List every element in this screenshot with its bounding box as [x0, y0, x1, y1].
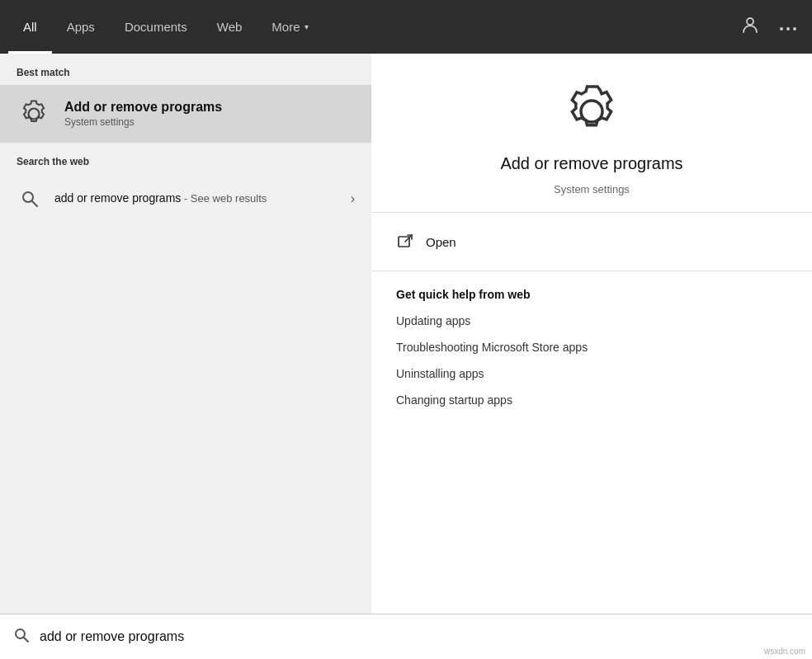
top-bar-actions	[734, 9, 804, 45]
svg-point-4	[23, 192, 33, 202]
web-search-section-label: Search the web	[0, 143, 371, 174]
search-web-icon	[17, 186, 43, 212]
tab-more-label: More	[271, 20, 300, 34]
web-search-chevron-icon: ›	[351, 191, 355, 206]
svg-point-3	[793, 27, 796, 31]
search-magnifier-icon	[13, 627, 30, 647]
best-match-item[interactable]: Add or remove programs System settings	[0, 85, 371, 143]
best-match-section-label: Best match	[0, 54, 371, 85]
bottom-search-bar	[0, 614, 812, 659]
app-detail-header: Add or remove programs System settings	[371, 54, 812, 213]
tab-all-label: All	[23, 20, 37, 34]
app-actions-section: Open	[371, 213, 812, 271]
open-icon	[396, 233, 414, 251]
left-panel: Best match Add or remove programs System…	[0, 54, 371, 614]
svg-point-0	[747, 18, 753, 25]
ellipsis-icon[interactable]	[772, 12, 804, 42]
help-link-1[interactable]: Troubleshooting Microsoft Store apps	[396, 334, 787, 360]
web-search-query: add or remove programs	[54, 191, 181, 205]
app-detail-gear-icon	[559, 78, 625, 144]
tab-apps[interactable]: Apps	[52, 0, 110, 54]
web-help-title: Get quick help from web	[396, 280, 787, 308]
best-match-subtitle: System settings	[64, 116, 222, 128]
web-search-suffix: - See web results	[181, 192, 267, 205]
svg-point-1	[780, 27, 783, 31]
tab-all[interactable]: All	[8, 0, 52, 54]
person-icon[interactable]	[734, 9, 766, 45]
tab-documents[interactable]: Documents	[110, 0, 202, 54]
open-label: Open	[426, 235, 456, 249]
best-match-title: Add or remove programs	[64, 100, 222, 115]
svg-line-9	[24, 637, 29, 642]
settings-gear-icon	[17, 96, 51, 131]
tab-web[interactable]: Web	[202, 0, 257, 54]
help-link-3[interactable]: Changing startup apps	[396, 387, 787, 413]
svg-point-2	[786, 27, 790, 31]
web-help-section: Get quick help from web Updating apps Tr…	[371, 271, 812, 421]
tab-documents-label: Documents	[125, 20, 187, 34]
help-link-2[interactable]: Uninstalling apps	[396, 360, 787, 387]
search-input[interactable]	[40, 629, 799, 644]
right-panel: Add or remove programs System settings O…	[371, 54, 812, 614]
top-navigation-bar: All Apps Documents Web More ▾	[0, 0, 812, 54]
tab-more[interactable]: More ▾	[257, 0, 323, 54]
open-action-button[interactable]: Open	[396, 221, 787, 262]
tab-web-label: Web	[217, 20, 243, 34]
svg-line-5	[32, 201, 37, 206]
app-detail-type: System settings	[554, 183, 630, 195]
web-search-item[interactable]: add or remove programs - See web results…	[0, 174, 371, 224]
chevron-down-icon: ▾	[304, 22, 309, 31]
main-content: Best match Add or remove programs System…	[0, 54, 812, 614]
help-link-0[interactable]: Updating apps	[396, 308, 787, 334]
tab-apps-label: Apps	[67, 20, 95, 34]
best-match-text: Add or remove programs System settings	[64, 100, 222, 128]
nav-tabs: All Apps Documents Web More ▾	[8, 0, 734, 54]
app-detail-name: Add or remove programs	[500, 154, 682, 173]
web-search-text: add or remove programs - See web results	[54, 191, 339, 207]
